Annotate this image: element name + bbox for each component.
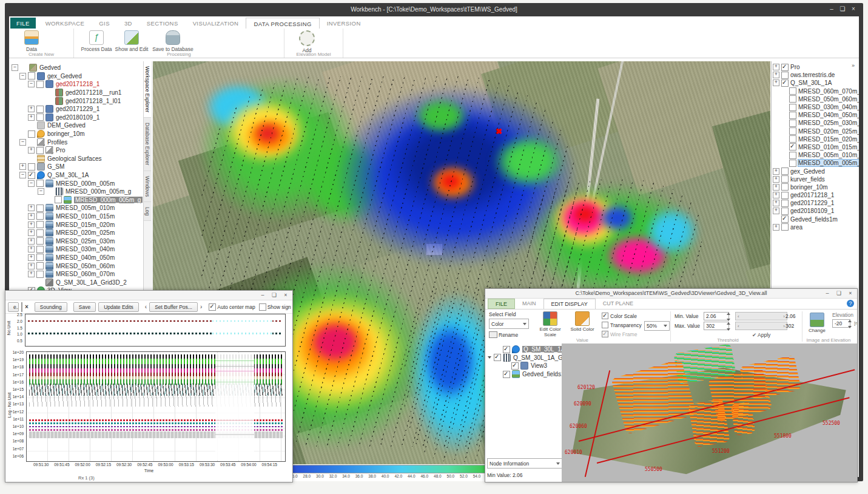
layer-item[interactable]: kurver_fields	[772, 175, 856, 183]
checkbox[interactable]	[28, 130, 35, 138]
layer-checkbox[interactable]	[789, 135, 796, 143]
layer-checkbox[interactable]	[781, 175, 789, 183]
checkbox[interactable]	[36, 113, 44, 121]
layer-checkbox[interactable]	[781, 208, 789, 215]
layer-label[interactable]: MRESD_005m_010m_g_l	[798, 152, 859, 158]
ribbon-tab[interactable]: INVERSION	[320, 18, 368, 29]
tree-item[interactable]: MRESD_050m_060m	[10, 262, 143, 270]
layer-item[interactable]: Pro	[772, 63, 856, 71]
tree-item[interactable]: MRESD_030m_040m	[10, 245, 143, 254]
layer-item[interactable]: MRESD_005m_010m_g_l	[772, 151, 856, 159]
tree-item[interactable]: ged20180109_1	[10, 113, 143, 122]
tree-item[interactable]: MRESD_000m_005m_g	[10, 188, 143, 196]
tree-item-label[interactable]: MRESD_050m_060m	[56, 263, 115, 269]
layer-item[interactable]: MRESD_010m_015m_g_l	[772, 143, 856, 151]
viewer-window-titlebar[interactable]: C:\Toke\Demo_Workspaces\tTEM\WS_Gedved\3…	[485, 289, 857, 299]
layer-checkbox[interactable]	[781, 183, 789, 191]
ribbon-tab[interactable]: VISUALIZATION	[186, 18, 246, 29]
layer-label[interactable]: ged20171229_1	[790, 200, 834, 206]
layer-label[interactable]: MRESD_060m_070m_g_l	[798, 88, 859, 95]
checkbox[interactable]	[36, 180, 44, 187]
maximize-button[interactable]: ❏	[838, 5, 847, 13]
layer-item[interactable]: ged20180109_1	[772, 207, 856, 215]
help-icon[interactable]: ?	[847, 300, 854, 307]
layer-item[interactable]: MRESD_025m_030m_g_l	[772, 119, 856, 127]
layer-label[interactable]: MRESD_030m_040m_g_l	[798, 104, 859, 110]
tree-item[interactable]: Gedved	[10, 64, 143, 72]
layer-label[interactable]: area	[790, 224, 802, 231]
layer-checkbox[interactable]	[789, 127, 796, 135]
side-tab[interactable]: Database Explorer	[144, 118, 151, 171]
expander-icon[interactable]	[28, 106, 35, 112]
tree-item-label[interactable]: DEM_Gedved	[47, 122, 86, 129]
expander-icon[interactable]	[28, 229, 35, 236]
tree-item-label[interactable]: MRESD_000m_005m_g	[66, 188, 131, 195]
layer-checkbox[interactable]	[781, 80, 789, 87]
layer-item[interactable]: gex_Gedved	[772, 167, 856, 175]
layer-label[interactable]: boringer_10m	[790, 184, 828, 191]
next-buffer-icon[interactable]: ›	[200, 303, 202, 311]
layer-label[interactable]: ows.terrestris.de	[790, 72, 835, 78]
layer-checkbox[interactable]	[789, 87, 796, 95]
layer-item[interactable]: MRESD_015m_020m_g_l	[772, 135, 856, 143]
delete-icon[interactable]: ×	[25, 303, 29, 311]
tree-item[interactable]: MRESD_025m_030m	[10, 237, 143, 245]
tree-item-label[interactable]: MRESD_015m_020m	[56, 222, 115, 228]
expander-icon[interactable]	[773, 200, 779, 206]
tree-item[interactable]: Pro	[10, 146, 143, 155]
layer-item[interactable]: area	[772, 223, 856, 231]
expander-icon[interactable]	[28, 271, 35, 277]
side-tab[interactable]: Log	[144, 202, 151, 221]
visibility-checkbox[interactable]	[503, 371, 510, 378]
layer-label[interactable]: MRESD_040m_050m_g_l	[798, 112, 859, 118]
viewer-tab[interactable]: CUT PLANE	[596, 299, 641, 309]
tree-item-label[interactable]: boringer_10m	[47, 130, 85, 137]
tree-item[interactable]: MRESD_015m_020m	[10, 220, 143, 229]
layer-item[interactable]: boringer_10m	[772, 183, 856, 191]
process-data-button[interactable]: ƒ Process Data	[79, 30, 113, 52]
checkbox[interactable]	[36, 212, 44, 220]
viewer-3d-scene[interactable]: 620120 620090 620060 620010 550500 55120…	[562, 343, 857, 482]
prev-buffer-icon[interactable]: ‹	[145, 303, 147, 311]
tree-item-label[interactable]: Q_SM_30L_1A_Grid3D_2	[56, 279, 127, 286]
tree-item[interactable]: ged20171218__run1	[10, 89, 143, 97]
checkbox[interactable]	[36, 254, 44, 261]
side-tab[interactable]: Windows	[144, 171, 151, 202]
checkbox[interactable]	[55, 196, 62, 203]
expander-icon[interactable]	[773, 176, 779, 183]
layer-item[interactable]: MRESD_040m_050m_g_l	[772, 111, 856, 119]
viewer-tab[interactable]: EDIT DISPLAY	[543, 299, 596, 309]
ribbon-tab[interactable]: SECTIONS	[140, 18, 186, 29]
minimize-button[interactable]: –	[827, 5, 836, 13]
expander-icon[interactable]	[28, 213, 35, 220]
layer-item[interactable]: MRESD_060m_070m_g_l	[772, 87, 856, 95]
min-threshold-slider[interactable]: ‹›	[735, 312, 787, 320]
side-tab[interactable]: Workspace Explorer	[144, 61, 151, 118]
transparency-select[interactable]: 50%	[644, 321, 670, 331]
viewer-tab[interactable]: MAIN	[515, 299, 543, 309]
close-button[interactable]: ×	[280, 291, 291, 299]
checkbox[interactable]	[28, 72, 35, 80]
expander-icon[interactable]	[28, 222, 35, 228]
tree-item[interactable]: MRESD_020m_025m	[10, 229, 143, 237]
tree-item[interactable]: MRESD_040m_050m	[10, 254, 143, 262]
expander-icon[interactable]	[773, 64, 779, 70]
expander-icon[interactable]	[773, 168, 779, 175]
tree-item[interactable]: G_SM	[10, 163, 143, 171]
layer-item[interactable]: MRESD_050m_060m_g_l	[772, 95, 856, 103]
expander-icon[interactable]	[486, 355, 492, 360]
layer-checkbox[interactable]	[789, 120, 796, 127]
tree-item[interactable]: Q_SM_30L_1A_Grid3D_2	[10, 278, 143, 286]
layer-checkbox[interactable]	[781, 192, 789, 199]
scene-tree-item[interactable]: Q_SM_30L_1A	[485, 345, 562, 354]
expander-icon[interactable]	[38, 188, 44, 195]
tree-item[interactable]: MRESD_010m_015m	[10, 212, 143, 221]
checkbox[interactable]	[36, 106, 44, 113]
expander-icon[interactable]	[28, 81, 35, 87]
layer-label[interactable]: kurver_fields	[790, 176, 825, 183]
checkbox[interactable]	[36, 229, 44, 237]
tree-item[interactable]: ged20171229_1	[10, 105, 143, 113]
change-image-button[interactable]: Change	[806, 313, 829, 333]
close-button[interactable]: ×	[849, 5, 858, 13]
layer-label[interactable]: MRESD_020m_025m_g_l	[798, 128, 859, 135]
